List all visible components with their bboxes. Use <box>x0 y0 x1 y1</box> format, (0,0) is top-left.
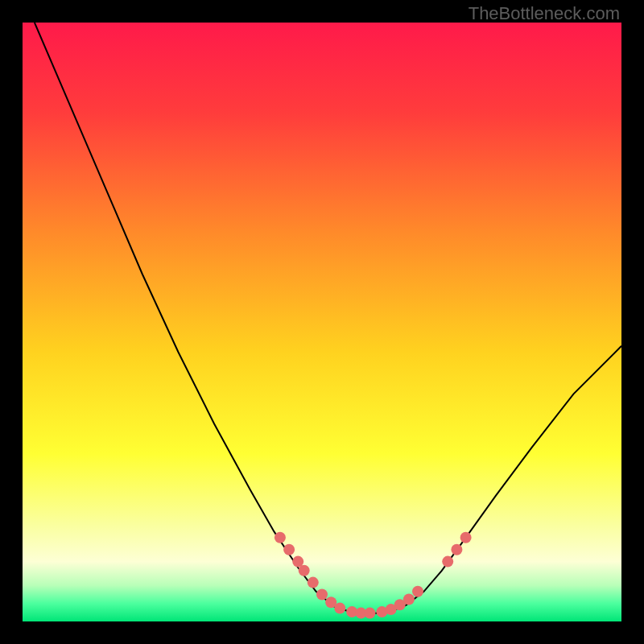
marker-dot <box>403 594 415 605</box>
marker-dot <box>412 586 423 597</box>
marker-dot <box>365 608 376 619</box>
marker-dot <box>334 603 345 614</box>
marker-dot <box>451 544 462 555</box>
marker-dot <box>460 532 472 543</box>
marker-dot <box>283 544 295 555</box>
marker-dot <box>316 589 328 601</box>
chart-container: TheBottleneck.com <box>0 0 644 644</box>
plot-background <box>23 23 621 621</box>
watermark-text: TheBottleneck.com <box>469 3 620 24</box>
marker-dot <box>442 556 453 568</box>
marker-dot <box>275 532 286 543</box>
marker-dot <box>299 565 310 576</box>
chart-svg <box>23 23 621 621</box>
marker-dot <box>308 577 319 588</box>
